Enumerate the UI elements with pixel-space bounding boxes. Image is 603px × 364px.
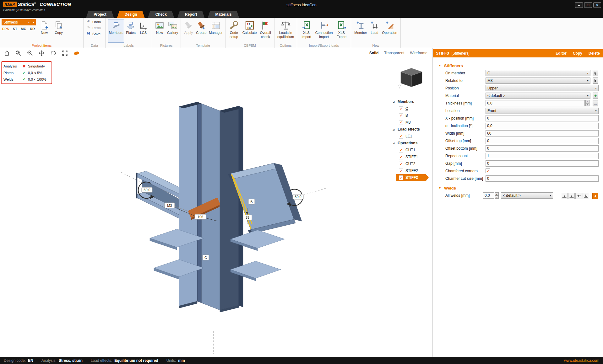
copy-operation-button[interactable]: Copy bbox=[573, 51, 582, 56]
position-dropdown[interactable]: Upper▼ bbox=[486, 85, 599, 91]
repeat-count-input[interactable] bbox=[486, 153, 599, 159]
labels-members-button[interactable]: Members bbox=[108, 19, 124, 43]
offset-top-input[interactable] bbox=[486, 138, 599, 144]
loads-in-equilibrium-button[interactable]: Loads in equilibrium bbox=[276, 19, 295, 43]
zoom-icon[interactable] bbox=[26, 50, 33, 56]
tree-item-stiff2[interactable]: ✔ STIFF2 bbox=[392, 167, 430, 174]
x-position-input[interactable] bbox=[486, 115, 599, 121]
tree-item-b[interactable]: ✔ B bbox=[392, 112, 430, 119]
overall-check-button[interactable]: Overall check bbox=[258, 19, 273, 43]
tree-item-le1[interactable]: ✔ LE1 bbox=[392, 133, 430, 140]
add-material-button[interactable]: + bbox=[593, 93, 598, 99]
gap-input[interactable] bbox=[486, 160, 599, 167]
thickness-more-button[interactable]: … bbox=[593, 100, 598, 106]
editor-button[interactable]: Editor bbox=[556, 51, 567, 56]
check-icon[interactable]: ✔ bbox=[399, 113, 403, 118]
mode-st[interactable]: ST bbox=[13, 27, 17, 31]
save-button[interactable]: Save bbox=[85, 31, 102, 36]
view-mode-wireframe[interactable]: Wireframe bbox=[410, 51, 427, 55]
labels-plates-button[interactable]: Plates bbox=[125, 19, 137, 43]
weld-type-fillet-icon[interactable] bbox=[561, 193, 568, 199]
picture-new-button[interactable]: New bbox=[154, 19, 166, 43]
pick-related-member-button[interactable] bbox=[593, 78, 598, 84]
template-apply-button[interactable]: Apply bbox=[182, 19, 194, 43]
xls-import-button[interactable]: XLS Import bbox=[300, 19, 313, 43]
expander-icon[interactable]: ◢ bbox=[393, 128, 395, 131]
section-collapse-icon[interactable]: ▼ bbox=[438, 64, 441, 67]
xls-export-button[interactable]: XLS Export bbox=[335, 19, 349, 43]
check-icon[interactable]: ✔ bbox=[399, 175, 403, 180]
tab-design[interactable]: Design bbox=[117, 11, 145, 18]
mode-dr[interactable]: DR bbox=[30, 27, 35, 31]
tree-item-c[interactable]: ✔ C bbox=[392, 105, 430, 112]
connection-import-button[interactable]: Connection Import bbox=[314, 19, 334, 43]
calculate-button[interactable]: Calculate bbox=[242, 19, 258, 43]
template-create-button[interactable]: Create bbox=[195, 19, 207, 43]
apply-welds-button[interactable] bbox=[592, 193, 598, 199]
check-icon[interactable]: ✔ bbox=[399, 155, 403, 159]
project-item-dropdown-button[interactable]: ▾ bbox=[31, 19, 36, 25]
tree-section-members[interactable]: ◢ Members bbox=[392, 98, 430, 105]
tree-section-operations[interactable]: ◢ Operations bbox=[392, 140, 430, 147]
view-mode-solid[interactable]: Solid bbox=[369, 51, 378, 55]
tree-item-cut1[interactable]: ✔ CUT1 bbox=[392, 147, 430, 153]
maximize-button[interactable]: □ bbox=[584, 2, 592, 8]
section-collapse-icon[interactable]: ▼ bbox=[438, 186, 441, 190]
all-welds-stepper[interactable]: ▴▾ bbox=[495, 192, 499, 199]
navigation-cube[interactable] bbox=[397, 66, 426, 92]
check-icon[interactable]: ✔ bbox=[399, 148, 403, 153]
website-link[interactable]: www.ideastatica.com bbox=[564, 358, 599, 363]
new-project-item-button[interactable]: New bbox=[38, 19, 50, 43]
weld-type-fillet-rear-icon[interactable] bbox=[568, 193, 575, 199]
expander-icon[interactable]: ◢ bbox=[393, 100, 395, 103]
labels-lcs-button[interactable]: LCS bbox=[137, 19, 149, 43]
undo-button[interactable]: ↶Undo bbox=[85, 19, 102, 24]
zoom-window-icon[interactable] bbox=[15, 50, 22, 56]
inclination-input[interactable] bbox=[486, 123, 599, 129]
check-icon[interactable]: ✔ bbox=[399, 162, 403, 166]
mode-mc[interactable]: MC bbox=[21, 27, 26, 31]
new-operation-button[interactable]: Operation bbox=[381, 19, 398, 43]
pick-member-button[interactable] bbox=[593, 70, 598, 76]
tab-materials[interactable]: Materials bbox=[208, 11, 239, 18]
material-dropdown[interactable]: < default >▼ bbox=[486, 93, 590, 99]
paint-swoosh-icon[interactable] bbox=[73, 50, 80, 56]
thickness-input[interactable] bbox=[486, 100, 585, 106]
check-icon[interactable]: ✔ bbox=[399, 169, 403, 173]
view-mode-transparent[interactable]: Transparent bbox=[384, 51, 404, 55]
delete-operation-button[interactable]: Delete bbox=[589, 51, 600, 56]
thickness-stepper[interactable]: ▴▾ bbox=[585, 100, 589, 106]
tab-report[interactable]: Report bbox=[177, 11, 205, 18]
weld-material-dropdown[interactable]: < default >▼ bbox=[501, 192, 553, 199]
check-icon[interactable]: ✔ bbox=[399, 120, 403, 125]
tab-check[interactable]: Check bbox=[148, 11, 174, 18]
orbit-icon[interactable] bbox=[50, 50, 57, 56]
redo-button[interactable]: ↷Redo bbox=[85, 25, 102, 30]
tree-item-stiff1[interactable]: ✔ STIFF1 bbox=[392, 153, 430, 160]
tree-item-m3[interactable]: ✔ M3 bbox=[392, 119, 430, 126]
width-input[interactable] bbox=[486, 130, 599, 136]
offset-bottom-input[interactable] bbox=[486, 145, 599, 152]
section-stiffeners[interactable]: ▼ Stiffeners bbox=[433, 62, 603, 69]
template-manager-button[interactable]: Manager bbox=[208, 19, 223, 43]
on-member-dropdown[interactable]: C▼ bbox=[486, 70, 590, 76]
copy-project-item-button[interactable]: Copy bbox=[53, 19, 65, 43]
section-welds[interactable]: ▼ Welds bbox=[433, 184, 603, 192]
related-to-dropdown[interactable]: M3▼ bbox=[486, 78, 590, 84]
check-icon[interactable]: ✔ bbox=[399, 106, 403, 111]
expander-icon[interactable]: ◢ bbox=[393, 142, 395, 145]
close-button[interactable]: × bbox=[593, 2, 601, 8]
new-member-button[interactable]: Member bbox=[353, 19, 368, 43]
picture-gallery-button[interactable]: Gallery bbox=[166, 19, 179, 43]
location-dropdown[interactable]: Front▼ bbox=[486, 108, 599, 114]
tree-item-cut2[interactable]: ✔ CUT2 bbox=[392, 160, 430, 167]
home-view-icon[interactable] bbox=[3, 50, 10, 56]
tree-section-load-effects[interactable]: ◢ Load effects bbox=[392, 126, 430, 133]
viewport-3d[interactable]: Solid Transparent Wireframe Analysis ✖ S… bbox=[0, 48, 432, 357]
check-icon[interactable]: ✔ bbox=[399, 134, 403, 139]
mode-eps[interactable]: EPS bbox=[2, 27, 9, 31]
zoom-fit-icon[interactable] bbox=[61, 50, 68, 56]
model-canvas[interactable]: 50,0 50,0 196 bbox=[0, 49, 430, 355]
minimize-button[interactable]: – bbox=[575, 2, 583, 8]
tab-project[interactable]: Project bbox=[86, 11, 114, 18]
